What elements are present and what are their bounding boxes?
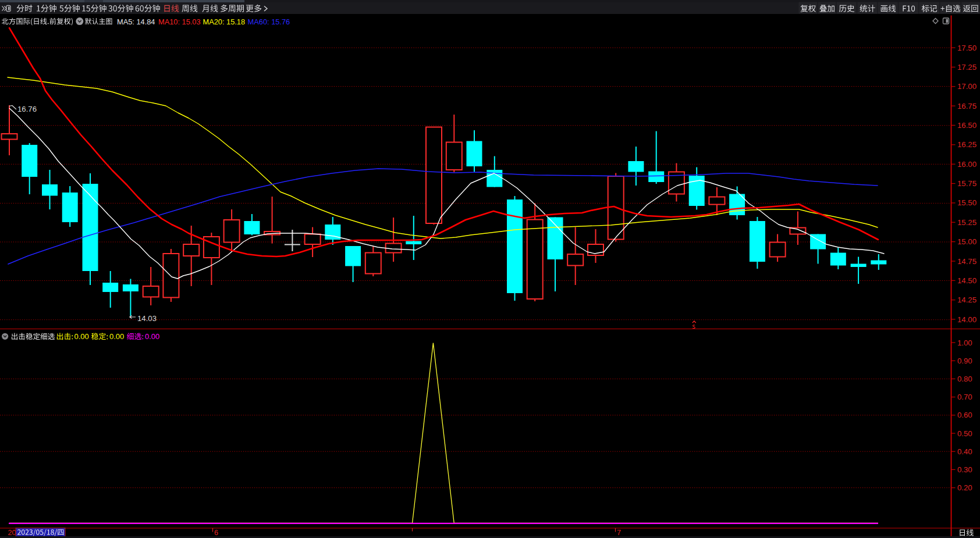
svg-text:14.03: 14.03	[137, 314, 157, 323]
svg-text:17.25: 17.25	[957, 63, 977, 72]
svg-text:15.25: 15.25	[957, 218, 977, 227]
svg-text:0.70: 0.70	[957, 393, 972, 401]
svg-text:MA60: 15.76: MA60: 15.76	[248, 17, 290, 26]
svg-text:0.20: 0.20	[957, 483, 972, 492]
svg-text:14.25: 14.25	[957, 295, 977, 304]
svg-text:15.00: 15.00	[957, 237, 977, 246]
svg-text:16.50: 16.50	[957, 121, 977, 130]
svg-text:MA10: 15.03: MA10: 15.03	[158, 17, 201, 26]
svg-text:0.80: 0.80	[957, 375, 972, 383]
svg-text:0.90: 0.90	[957, 357, 972, 365]
svg-text:1.00: 1.00	[957, 339, 972, 347]
svg-text:6: 6	[214, 529, 218, 537]
svg-text:MA5: 14.84: MA5: 14.84	[117, 17, 155, 26]
svg-text:0.30: 0.30	[957, 465, 972, 474]
svg-text:7: 7	[617, 529, 621, 537]
svg-text:0.00: 0.00	[74, 332, 89, 341]
svg-text:0.00: 0.00	[145, 332, 159, 341]
svg-text:17.50: 17.50	[957, 44, 977, 52]
svg-text:17.00: 17.00	[957, 82, 977, 91]
svg-text:0.40: 0.40	[957, 447, 972, 456]
svg-text:14.00: 14.00	[957, 315, 977, 324]
svg-text:15.50: 15.50	[957, 198, 977, 207]
svg-text:0.60: 0.60	[957, 411, 972, 419]
svg-text:16.25: 16.25	[957, 140, 977, 149]
svg-text:16.00: 16.00	[957, 160, 977, 169]
svg-text:15.75: 15.75	[957, 179, 977, 188]
svg-text:14.50: 14.50	[957, 276, 977, 285]
svg-text:16.76: 16.76	[17, 105, 37, 113]
svg-text:16.75: 16.75	[957, 102, 977, 111]
svg-text:0.50: 0.50	[957, 429, 972, 438]
svg-text:MA20: 15.18: MA20: 15.18	[203, 17, 246, 26]
svg-text:14.75: 14.75	[957, 257, 977, 266]
svg-text:0.00: 0.00	[109, 332, 124, 341]
